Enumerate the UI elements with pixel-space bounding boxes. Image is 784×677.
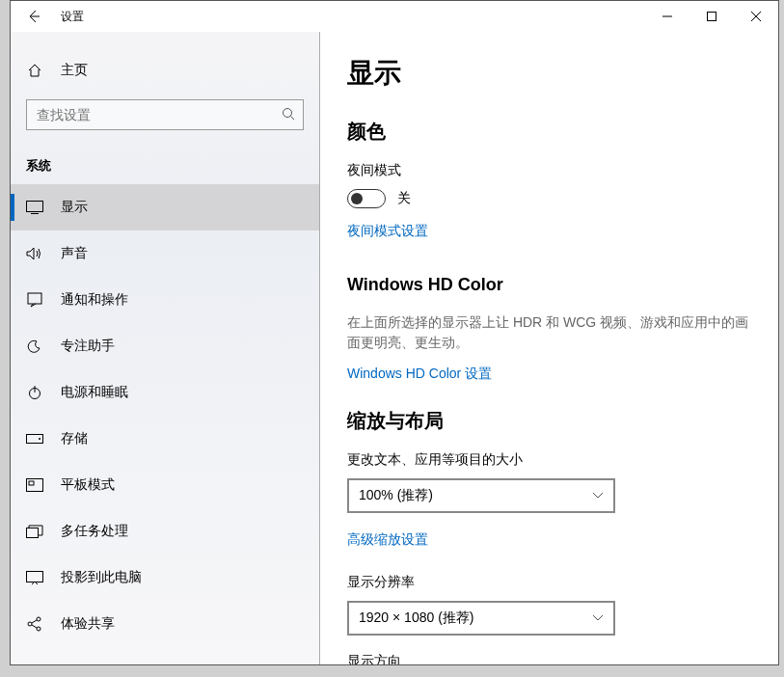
svg-point-18 xyxy=(28,622,32,626)
home-button[interactable]: 主页 xyxy=(11,53,319,88)
sidebar-item-label: 平板模式 xyxy=(61,476,115,494)
svg-line-22 xyxy=(32,625,37,628)
chevron-down-icon xyxy=(592,492,604,500)
night-mode-settings-link[interactable]: 夜间模式设置 xyxy=(347,223,428,240)
resolution-value: 1920 × 1080 (推荐) xyxy=(359,609,473,627)
back-button[interactable] xyxy=(24,7,43,26)
sidebar-item-focus-assist[interactable]: 专注助手 xyxy=(11,323,319,369)
sidebar-item-projecting[interactable]: 投影到此电脑 xyxy=(11,555,319,601)
sidebar-item-label: 通知和操作 xyxy=(61,291,128,309)
resolution-select[interactable]: 1920 × 1080 (推荐) xyxy=(347,601,615,636)
titlebar: 设置 xyxy=(11,1,778,32)
sidebar-item-shared-experiences[interactable]: 体验共享 xyxy=(11,601,319,647)
svg-rect-17 xyxy=(27,572,43,582)
sidebar-item-label: 电源和睡眠 xyxy=(61,384,128,401)
settings-window: 设置 主页 xyxy=(10,0,779,665)
sidebar-item-notifications[interactable]: 通知和操作 xyxy=(11,277,319,323)
sidebar-item-label: 专注助手 xyxy=(61,338,115,355)
color-heading: 颜色 xyxy=(347,119,751,145)
close-button[interactable] xyxy=(734,1,778,32)
sidebar-item-label: 存储 xyxy=(61,430,88,447)
storage-icon xyxy=(26,430,43,447)
resolution-label: 显示分辨率 xyxy=(347,574,751,591)
advanced-scaling-link[interactable]: 高级缩放设置 xyxy=(347,531,428,549)
projecting-icon xyxy=(26,569,43,586)
sidebar-item-label: 声音 xyxy=(61,245,88,262)
sidebar-item-label: 多任务处理 xyxy=(61,523,128,540)
multitasking-icon xyxy=(26,523,43,540)
focus-assist-icon xyxy=(26,338,43,355)
night-mode-label: 夜间模式 xyxy=(347,162,751,179)
sidebar-item-sound[interactable]: 声音 xyxy=(11,230,319,277)
sidebar-item-power-sleep[interactable]: 电源和睡眠 xyxy=(11,369,319,416)
search-input[interactable] xyxy=(26,99,304,130)
maximize-button[interactable] xyxy=(689,1,734,32)
content-pane[interactable]: 显示 颜色 夜间模式 关 夜间模式设置 Windows HD Color 在上面… xyxy=(320,32,778,664)
scaling-heading: 缩放与布局 xyxy=(347,408,751,434)
hdcolor-settings-link[interactable]: Windows HD Color 设置 xyxy=(347,366,492,383)
svg-rect-16 xyxy=(27,528,39,538)
minimize-button[interactable] xyxy=(645,1,689,32)
shared-experiences-icon xyxy=(26,615,43,633)
svg-line-21 xyxy=(32,620,37,623)
sidebar-item-tablet-mode[interactable]: 平板模式 xyxy=(11,462,319,508)
night-mode-toggle[interactable] xyxy=(347,189,386,208)
sidebar-item-label: 投影到此电脑 xyxy=(61,569,142,586)
chevron-down-icon xyxy=(592,614,604,622)
svg-rect-9 xyxy=(28,293,41,304)
sidebar: 主页 系统 显示 声音 通知和操作 xyxy=(11,32,319,664)
sidebar-item-storage[interactable]: 存储 xyxy=(11,416,319,462)
notifications-icon xyxy=(26,291,43,309)
page-title: 显示 xyxy=(347,55,751,92)
sidebar-item-label: 体验共享 xyxy=(61,615,115,633)
night-mode-state: 关 xyxy=(397,190,411,207)
sidebar-item-multitasking[interactable]: 多任务处理 xyxy=(11,508,319,555)
svg-rect-15 xyxy=(29,481,34,485)
display-icon xyxy=(26,199,43,216)
sidebar-group-title: 系统 xyxy=(26,157,319,175)
sidebar-item-display[interactable]: 显示 xyxy=(11,184,319,230)
home-icon xyxy=(26,62,43,79)
sound-icon xyxy=(26,245,43,262)
svg-point-19 xyxy=(37,617,41,621)
svg-rect-2 xyxy=(708,13,716,21)
scaling-size-label: 更改文本、应用等项目的大小 xyxy=(347,451,751,469)
scaling-select[interactable]: 100% (推荐) xyxy=(347,478,615,513)
home-label: 主页 xyxy=(61,62,88,79)
tablet-icon xyxy=(26,476,43,494)
hdcolor-heading: Windows HD Color xyxy=(347,275,751,295)
svg-point-20 xyxy=(37,627,41,631)
window-title: 设置 xyxy=(61,9,84,25)
power-icon xyxy=(26,384,43,401)
svg-rect-7 xyxy=(27,202,43,212)
scaling-value: 100% (推荐) xyxy=(359,487,433,504)
hdcolor-description: 在上面所选择的显示器上让 HDR 和 WCG 视频、游戏和应用中的画面更明亮、更… xyxy=(347,312,751,353)
orientation-label: 显示方向 xyxy=(347,653,751,664)
svg-point-13 xyxy=(39,438,41,440)
sidebar-item-label: 显示 xyxy=(61,199,88,216)
